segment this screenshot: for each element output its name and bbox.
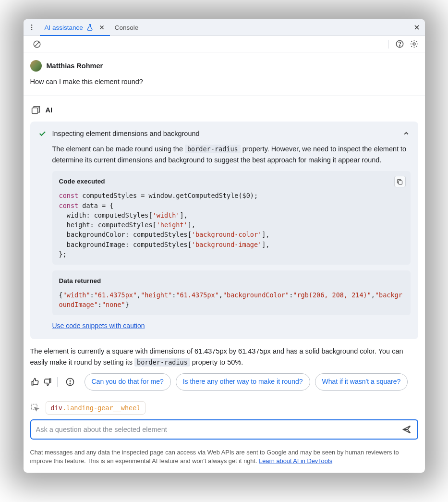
data-returned-label: Data returned [59,276,404,286]
divider [24,96,425,96]
element-pill[interactable]: div.landing-gear__wheel [46,401,146,415]
suggestion-chip[interactable]: What if it wasn't a square? [315,373,408,391]
tab-label: Console [115,24,139,31]
close-window-button[interactable] [412,22,422,33]
svg-rect-7 [32,108,37,113]
close-tab-icon[interactable] [98,24,105,31]
check-icon [38,129,47,138]
footer-text: Chat messages and any data the inspected… [30,449,399,465]
suggestion-chip[interactable]: Can you do that for me? [85,373,171,391]
svg-point-2 [31,29,32,30]
send-button[interactable] [401,424,412,435]
toolbar [24,36,425,52]
ai-sparkle-icon [30,105,41,116]
gear-icon[interactable] [409,38,420,50]
more-menu-icon[interactable] [26,22,37,33]
chevron-up-icon[interactable] [402,129,411,138]
user-question: How can I make this element round? [30,76,418,87]
element-class: .landing-gear__wheel [62,404,141,412]
tab-bar: AI assistance Console [24,19,425,36]
input-row [24,419,425,444]
svg-point-0 [31,24,32,26]
suggestion-chips: Can you do that for me? Is there any oth… [85,373,418,391]
code-chip: border-radius [185,145,241,153]
ai-label: AI [46,105,53,115]
svg-rect-8 [399,181,402,184]
panel-body: The element can be made round using the … [38,144,411,315]
svg-point-1 [31,27,32,28]
svg-point-10 [70,383,71,384]
flask-icon [86,24,94,31]
suggestion-chip[interactable]: Is there any other way to make it round? [176,373,310,391]
caution-link[interactable]: Use code snippets with caution [52,321,145,331]
footer-link[interactable]: Learn about AI in DevTools [259,457,332,465]
code-executed-label: Code executed [59,177,404,187]
element-tag: div [51,404,62,412]
tab-label: AI assistance [45,24,83,31]
user-name: Matthias Rohmer [47,61,103,71]
svg-point-5 [400,46,400,46]
code-executed: const computedStyles = window.getCompute… [59,191,404,259]
svg-point-6 [413,43,415,45]
data-returned: {"width":"61.4375px","height":"61.4375px… [59,290,404,310]
chat-body: Matthias Rohmer How can I make this elem… [24,52,425,401]
insight-panel: Inspecting element dimensions and backgr… [30,122,418,339]
ai-response: The element is currently a square with d… [30,346,418,367]
toolbar-divider [388,40,388,49]
code-chip: border-radius [134,358,190,367]
ai-message-header: AI [30,105,418,115]
tab-ai-assistance[interactable]: AI assistance [40,19,110,36]
report-icon[interactable] [65,377,75,387]
user-message-header: Matthias Rohmer [30,60,418,72]
data-returned-box: Data returned {"width":"61.4375px","heig… [52,270,411,315]
select-element-icon[interactable] [30,403,40,413]
chat-input[interactable] [36,426,401,433]
rating-group [30,377,58,387]
footer-disclaimer: Chat messages and any data the inspected… [24,444,425,473]
panel-intro-pre: The element can be made round using the [52,145,185,153]
help-icon[interactable] [394,38,406,50]
panel-title: Inspecting element dimensions and backgr… [52,128,200,139]
panel-header[interactable]: Inspecting element dimensions and backgr… [38,128,411,139]
devtools-window: AI assistance Console Matthias Rohmer Ho [24,19,425,473]
ai-response-post: property to 50%. [190,358,243,366]
tab-console[interactable]: Console [110,19,144,36]
context-row: div.landing-gear__wheel [24,401,425,419]
chat-input-box[interactable] [30,419,418,440]
clear-icon[interactable] [31,38,43,50]
copy-button[interactable] [394,176,406,187]
avatar [30,60,42,72]
thumbs-up-icon[interactable] [30,377,40,387]
code-executed-box: Code executed const computedStyles = win… [52,171,411,265]
actions-row: Can you do that for me? Is there any oth… [30,373,418,391]
thumbs-down-icon[interactable] [43,377,52,387]
